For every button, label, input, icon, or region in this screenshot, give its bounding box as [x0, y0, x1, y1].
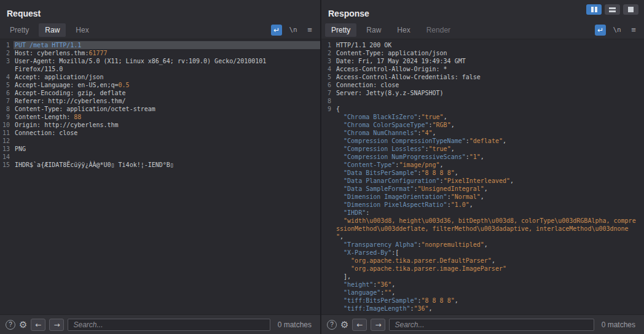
tab-pretty[interactable]: Pretty	[4, 23, 35, 37]
code-line: 1HTTP/1.1 200 OK	[321, 41, 644, 49]
code-line: "Compression NumProgressiveScans":"1",	[321, 153, 644, 161]
line-number: 15	[0, 161, 14, 169]
tab-hex[interactable]: Hex	[69, 23, 95, 37]
request-panel: Request PrettyRawHex ↵ \n ≡ 1PUT /meta H…	[0, 0, 320, 334]
line-number	[321, 225, 335, 233]
code-line: "Transparency Alpha":"nonpremultipled",	[321, 241, 644, 249]
wrap-icon: ↵	[597, 26, 603, 34]
line-number: 9	[321, 105, 335, 113]
show-newlines-button[interactable]: \n	[611, 25, 622, 36]
line-number: 1	[0, 41, 14, 49]
wrap-lines-button[interactable]: ↵	[271, 25, 282, 36]
request-editor[interactable]: 1PUT /meta HTTP/1.12Host: cyberlens.thm:…	[0, 39, 320, 314]
layout-buttons	[586, 4, 638, 15]
code-line: 4Access-Control-Allow-Origin: *	[321, 65, 644, 73]
line-number: 14	[0, 153, 14, 161]
search-input[interactable]	[68, 319, 270, 331]
line-number: 8	[321, 97, 335, 105]
line-number	[321, 297, 335, 305]
line-number	[321, 113, 335, 121]
match-count: 0 matches	[278, 320, 312, 329]
code-line: 11Connection: close	[0, 129, 320, 137]
line-number: 5	[321, 73, 335, 81]
line-number	[321, 193, 335, 201]
search-settings-gear-icon[interactable]: ⚙	[19, 320, 27, 329]
tab-render[interactable]: Render	[420, 23, 457, 37]
code-line: 2Content-Type: application/json	[321, 49, 644, 57]
line-number: 4	[321, 65, 335, 73]
line-number: 6	[321, 81, 335, 89]
line-number	[321, 241, 335, 249]
code-line: 6Accept-Encoding: gzip, deflate	[0, 89, 320, 97]
code-line: 4Accept: application/json	[0, 73, 320, 81]
show-newlines-button[interactable]: \n	[288, 25, 299, 36]
line-number: 5	[0, 81, 14, 89]
editor-menu-button[interactable]: ≡	[628, 25, 639, 36]
line-number	[321, 177, 335, 185]
tab-pretty[interactable]: Pretty	[325, 23, 356, 37]
response-editor-toolbar: ↵ \n ≡	[595, 25, 639, 36]
columns-icon	[591, 7, 594, 12]
layout-columns-button[interactable]	[586, 4, 602, 15]
line-number: 2	[0, 49, 14, 57]
code-line: 10Origin: http://cyberlens.thm	[0, 121, 320, 129]
response-searchbar: ? ⚙ ← → 0 matches	[321, 314, 644, 334]
code-line: 8Content-Type: application/octet-stream	[0, 105, 320, 113]
layout-single-button[interactable]	[623, 4, 638, 15]
line-number: 3	[0, 57, 14, 65]
code-line: "Data PlanarConfiguration":"PixelInterle…	[321, 177, 644, 185]
search-settings-gear-icon[interactable]: ⚙	[340, 320, 348, 329]
wrap-lines-button[interactable]: ↵	[595, 25, 606, 36]
search-prev-button[interactable]: ←	[352, 319, 367, 331]
line-number	[321, 145, 335, 153]
line-number	[321, 201, 335, 209]
line-number: 11	[0, 129, 14, 137]
line-number: 1	[321, 41, 335, 49]
code-line: 3User-Agent: Mozilla/5.0 (X11; Linux x86…	[0, 57, 320, 65]
code-line: "IHDR":	[321, 209, 644, 217]
code-line: "org.apache.tika.parser.image.ImageParse…	[321, 265, 644, 273]
help-icon[interactable]: ?	[327, 320, 337, 330]
http-message-viewer: Request PrettyRawHex ↵ \n ≡ 1PUT /meta H…	[0, 0, 644, 334]
code-line: "Chroma NumChannels":"4",	[321, 129, 644, 137]
search-next-button[interactable]: →	[371, 319, 385, 331]
line-number	[321, 161, 335, 169]
code-line: "height":"36",	[321, 281, 644, 289]
code-line: "Chroma BlackIsZero":"true",	[321, 113, 644, 121]
line-number	[0, 65, 14, 73]
editor-menu-button[interactable]: ≡	[304, 25, 315, 36]
code-line: ssionMethod\u003ddeflate, filterMethod\u…	[321, 225, 644, 233]
tab-raw[interactable]: Raw	[360, 23, 387, 37]
tab-hex[interactable]: Hex	[391, 23, 416, 37]
line-number	[321, 217, 335, 225]
response-editor[interactable]: 1HTTP/1.1 200 OK2Content-Type: applicati…	[321, 39, 644, 314]
line-number: 8	[0, 105, 14, 113]
code-line: 7Server: Jetty(8.y.z-SNAPSHOT)	[321, 89, 644, 97]
code-line: 1PUT /meta HTTP/1.1	[0, 41, 320, 49]
search-next-button[interactable]: →	[49, 319, 64, 331]
tab-raw[interactable]: Raw	[39, 23, 66, 37]
search-input[interactable]	[389, 319, 594, 331]
code-line: 12	[0, 137, 320, 145]
code-line: 6Connection: close	[321, 81, 644, 89]
code-line: ],	[321, 273, 644, 281]
line-number	[321, 209, 335, 217]
request-tabbar: PrettyRawHex ↵ \n ≡	[0, 21, 320, 39]
code-line: 8	[321, 97, 644, 105]
line-number	[321, 121, 335, 129]
code-line: 7Referer: http://cyberlens.thm/	[0, 97, 320, 105]
line-number	[321, 305, 335, 313]
layout-rows-button[interactable]	[605, 4, 620, 15]
code-line: "Content-Type":"image/png",	[321, 161, 644, 169]
request-searchbar: ? ⚙ ← → 0 matches	[0, 314, 320, 334]
code-line: "Data SampleFormat":"UnsignedIntegral",	[321, 185, 644, 193]
line-number	[321, 129, 335, 137]
help-icon[interactable]: ?	[6, 320, 15, 330]
search-prev-button[interactable]: ←	[31, 319, 45, 331]
line-number	[321, 137, 335, 145]
code-line: "tiff:ImageLength":"36",	[321, 305, 644, 313]
code-line: 13PNG	[0, 145, 320, 153]
response-panel: Response PrettyRawHexRender ↵ \n ≡ 1HTTP…	[321, 0, 644, 334]
code-line: "Dimension ImageOrientation":"Normal",	[321, 193, 644, 201]
line-number	[321, 265, 335, 273]
